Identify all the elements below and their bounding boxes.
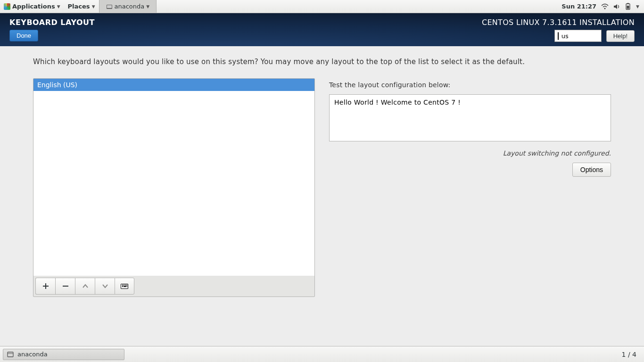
gnome-bottom-panel: anaconda 1 / 4 [0,346,644,362]
test-input[interactable]: Hello World ! Welcome to CentOS 7 ! [329,94,611,141]
list-item[interactable]: English (US) [33,79,314,91]
taskbar-item-anaconda[interactable]: anaconda [3,349,124,360]
activities-icon [4,3,10,10]
chevron-up-icon [83,284,88,288]
move-up-button[interactable] [75,278,95,295]
svg-rect-6 [8,352,13,357]
chevron-down-icon[interactable]: ▼ [636,4,639,9]
applications-menu[interactable]: Applications ▼ [0,0,64,13]
help-button[interactable]: Help! [606,30,635,42]
chevron-down-icon [102,284,108,288]
preview-layout-button[interactable] [115,278,134,295]
system-tray: Sun 21:27 ▼ [557,3,644,10]
wifi-icon[interactable] [601,3,609,10]
move-down-button[interactable] [95,278,115,295]
main-content: Which keyboard layouts would you like to… [0,46,644,346]
volume-icon[interactable] [613,3,620,10]
active-app-label: anaconda [115,3,145,10]
window-icon [7,351,14,358]
active-app-menu[interactable]: anaconda ▼ [99,0,157,13]
battery-icon[interactable] [625,3,631,10]
plus-icon [42,283,49,289]
installation-title: CENTOS LINUX 7.3.1611 INSTALLATION [482,18,635,27]
applications-label: Applications [12,3,55,10]
chevron-down-icon: ▼ [146,4,149,9]
places-label: Places [68,3,90,10]
remove-layout-button[interactable] [55,278,75,295]
keyboard-layout-list[interactable]: English (US) [33,79,314,276]
places-menu[interactable]: Places ▼ [64,0,99,13]
add-layout-button[interactable] [35,278,55,295]
svg-point-2 [604,8,606,9]
switching-note: Layout switching not configured. [329,149,611,157]
keyboard-icon [121,284,128,289]
svg-rect-1 [107,5,112,8]
keyboard-layout-panel: English (US) [33,78,315,297]
chevron-down-icon: ▼ [57,4,60,9]
chevron-down-icon: ▼ [92,4,95,9]
workspace-indicator[interactable]: 1 / 4 [617,351,641,358]
keyboard-icon [558,33,559,40]
test-label: Test the layout configuration below: [329,81,611,89]
options-button[interactable]: Options [572,163,611,177]
minus-icon [62,283,69,289]
keyboard-indicator[interactable]: us [554,30,602,42]
taskbar-item-label: anaconda [17,351,48,358]
svg-rect-5 [627,6,629,9]
anaconda-header: KEYBOARD LAYOUT Done CENTOS LINUX 7.3.16… [0,13,644,46]
page-title: KEYBOARD LAYOUT [9,18,95,27]
svg-rect-4 [627,3,629,4]
clock[interactable]: Sun 21:27 [561,3,596,10]
prompt-text: Which keyboard layouts would you like to… [33,58,611,66]
done-button[interactable]: Done [9,30,38,41]
keyboard-indicator-label: us [561,33,569,40]
layout-toolbar [33,276,314,296]
anaconda-app-icon [106,3,113,10]
gnome-top-panel: Applications ▼ Places ▼ anaconda ▼ Sun 2… [0,0,644,13]
